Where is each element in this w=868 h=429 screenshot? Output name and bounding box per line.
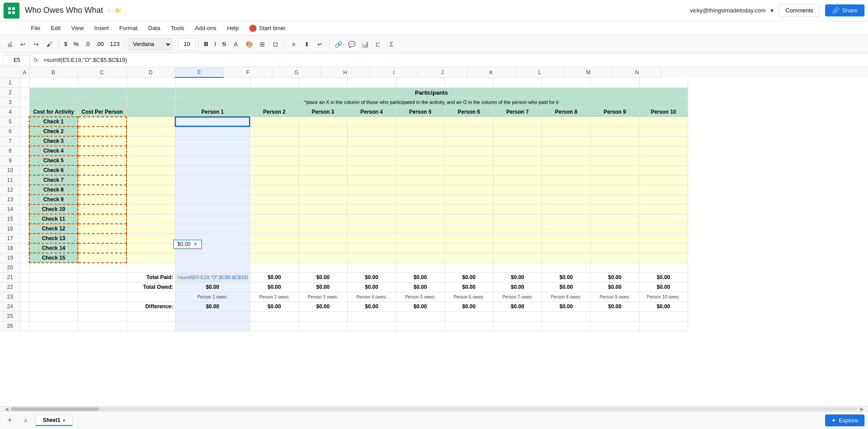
col-header-f[interactable]: F: [224, 67, 272, 78]
cell-c3[interactable]: [78, 97, 126, 107]
cell-k1[interactable]: [493, 78, 542, 88]
cell-b10[interactable]: Check 6: [29, 165, 78, 175]
cell-b8[interactable]: Check 4: [29, 146, 78, 156]
cell-b9[interactable]: Check 5: [29, 156, 78, 165]
cell-l24-diff[interactable]: $0.00: [542, 302, 590, 311]
cell-j22[interactable]: $0.00: [444, 282, 493, 292]
cell-l21[interactable]: $0.00: [542, 272, 590, 282]
cell-b13[interactable]: Check 9: [29, 195, 78, 204]
paint-format-button[interactable]: 🖌: [43, 38, 56, 50]
menu-data[interactable]: Data: [144, 23, 164, 33]
cell-reference-input[interactable]: [4, 55, 30, 65]
merge-button[interactable]: ⊡: [269, 38, 282, 50]
cell-i1[interactable]: [396, 78, 444, 88]
col-header-e[interactable]: E: [175, 67, 224, 78]
cell-m1[interactable]: [590, 78, 639, 88]
cell-n21[interactable]: $0.00: [639, 272, 688, 282]
cell-n22[interactable]: $0.00: [639, 282, 688, 292]
cell-c6[interactable]: [78, 126, 126, 136]
cell-b1[interactable]: [29, 78, 78, 88]
decrease-decimal-button[interactable]: .0: [82, 38, 92, 50]
sheet-tab-sheet1[interactable]: Sheet1 ▾: [35, 415, 73, 426]
cell-d1[interactable]: [126, 78, 175, 88]
col-header-g[interactable]: G: [272, 67, 321, 78]
cell-n1[interactable]: [639, 78, 688, 88]
cell-d2[interactable]: [126, 88, 175, 97]
sheet-list-button[interactable]: ≡: [19, 414, 32, 427]
cell-n24-diff[interactable]: $0.00: [639, 302, 688, 311]
cell-a3[interactable]: [20, 97, 29, 107]
cell-e22[interactable]: $0.00: [175, 282, 250, 292]
cell-g24-diff[interactable]: $0.00: [298, 302, 347, 311]
menu-insert[interactable]: Insert: [90, 23, 113, 33]
cell-j5[interactable]: [444, 117, 493, 126]
cell-a2[interactable]: [20, 88, 29, 97]
col-header-i[interactable]: I: [370, 67, 418, 78]
strikethrough-button[interactable]: S: [219, 38, 229, 50]
font-selector[interactable]: Verdana: [128, 38, 172, 50]
start-timer-button[interactable]: Start timer: [245, 23, 290, 34]
currency-button[interactable]: $: [61, 38, 70, 50]
comment-button[interactable]: 💬: [345, 38, 358, 50]
cell-h22[interactable]: $0.00: [347, 282, 396, 292]
cell-k22[interactable]: $0.00: [493, 282, 542, 292]
cell-c5[interactable]: [78, 117, 126, 126]
cell-m22[interactable]: $0.00: [590, 282, 639, 292]
cell-b16[interactable]: Check 12: [29, 224, 78, 234]
scrollbar-thumb[interactable]: [11, 407, 99, 411]
cell-i24-diff[interactable]: $0.00: [396, 302, 444, 311]
col-header-l[interactable]: L: [516, 67, 564, 78]
cell-g22[interactable]: $0.00: [298, 282, 347, 292]
cell-b7[interactable]: Check 3: [29, 136, 78, 146]
menu-edit[interactable]: Edit: [46, 23, 65, 33]
share-button[interactable]: 🔗 Share: [825, 4, 864, 16]
sheet-tab-dropdown-icon[interactable]: ▾: [63, 418, 65, 423]
cell-m21[interactable]: $0.00: [590, 272, 639, 282]
redo-button[interactable]: ↪: [30, 38, 42, 50]
cell-b2[interactable]: [29, 88, 78, 97]
cell-i21[interactable]: $0.00: [396, 272, 444, 282]
sheet-scroll-area[interactable]: A B C D E F G H I J K L M N: [0, 67, 868, 406]
cell-h24-diff[interactable]: $0.00: [347, 302, 396, 311]
explore-button[interactable]: ✦ Explore: [825, 414, 864, 426]
valign-button[interactable]: ⬍: [301, 38, 313, 50]
undo-button[interactable]: ↩: [17, 38, 29, 50]
col-header-c[interactable]: C: [78, 67, 126, 78]
borders-button[interactable]: ⊞: [256, 38, 268, 50]
cell-h1[interactable]: [347, 78, 396, 88]
scroll-right-btn[interactable]: ▶: [857, 406, 866, 412]
filter-button[interactable]: ⊏: [372, 38, 384, 50]
cell-e5[interactable]: [175, 117, 250, 126]
cell-a4[interactable]: [20, 107, 29, 117]
cell-f22[interactable]: $0.00: [250, 282, 298, 292]
print-button[interactable]: 🖨: [4, 38, 16, 50]
cell-d3[interactable]: [126, 97, 175, 107]
menu-tools[interactable]: Tools: [166, 23, 188, 33]
cell-m5[interactable]: [590, 117, 639, 126]
cell-l1[interactable]: [542, 78, 590, 88]
bold-button[interactable]: B: [201, 38, 210, 50]
col-header-k[interactable]: K: [467, 67, 516, 78]
cell-e24-diff[interactable]: $0.00: [175, 302, 250, 311]
cell-b14[interactable]: Check 10: [29, 204, 78, 214]
col-header-b[interactable]: B: [29, 67, 78, 78]
cell-b17[interactable]: Check 13: [29, 234, 78, 243]
comments-button[interactable]: Comments: [779, 4, 820, 17]
scrollbar-track[interactable]: [11, 407, 857, 411]
cell-c1[interactable]: [78, 78, 126, 88]
cell-f1[interactable]: [250, 78, 298, 88]
menu-format[interactable]: Format: [115, 23, 142, 33]
add-sheet-button[interactable]: +: [4, 414, 16, 427]
percent-button[interactable]: %: [71, 38, 81, 50]
cell-n5[interactable]: [639, 117, 688, 126]
col-header-d[interactable]: D: [126, 67, 175, 78]
cell-b11[interactable]: Check 7: [29, 175, 78, 185]
number-format-button[interactable]: 123: [107, 38, 122, 50]
cell-k24-diff[interactable]: $0.00: [493, 302, 542, 311]
cell-g1[interactable]: [298, 78, 347, 88]
star-icon[interactable]: ☆: [107, 8, 111, 14]
function-button[interactable]: Σ: [385, 38, 398, 50]
cell-b5-check1[interactable]: Check 1: [29, 117, 78, 126]
cell-l5[interactable]: [542, 117, 590, 126]
col-header-m[interactable]: M: [564, 67, 613, 78]
